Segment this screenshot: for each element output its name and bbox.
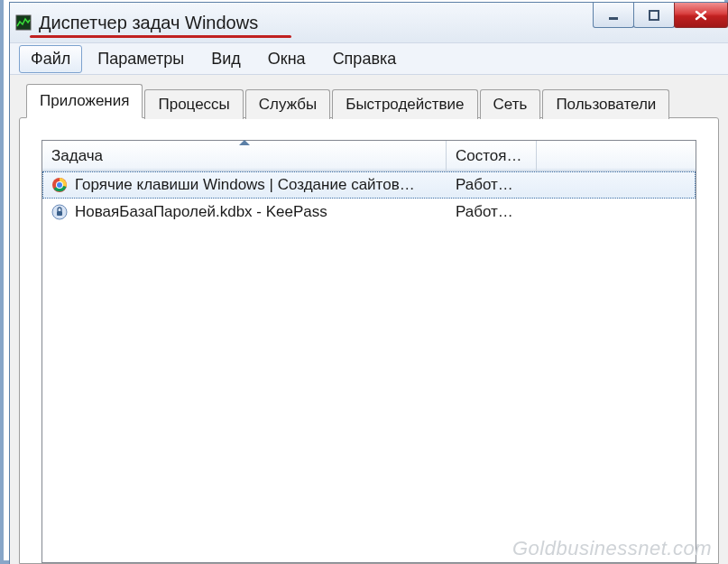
window-title: Диспетчер задач Windows [39, 13, 258, 33]
menu-file[interactable]: Файл [19, 45, 82, 73]
tab-performance[interactable]: Быстродействие [332, 89, 477, 119]
client-area: Приложения Процессы Службы Быстродействи… [10, 75, 728, 564]
minimize-button[interactable] [593, 3, 634, 28]
task-manager-window: Диспетчер задач Windows Файл Параметры В… [9, 2, 728, 564]
keepass-icon [51, 204, 68, 220]
tab-users[interactable]: Пользователи [542, 89, 669, 119]
table-row[interactable]: НоваяБазаПаролей.kdbx - KeePass Работ… [42, 199, 696, 226]
column-state-label: Состоя… [456, 147, 522, 165]
cell-state-text: Работ… [456, 176, 513, 194]
tab-panel-applications: Задача Состоя… [19, 117, 719, 564]
tabstrip: Приложения Процессы Службы Быстродействи… [26, 84, 719, 118]
watermark: Goldbusinessnet.com [512, 537, 712, 560]
menu-help[interactable]: Справка [321, 45, 409, 73]
window-controls [594, 3, 728, 28]
column-task[interactable]: Задача [42, 141, 447, 171]
cell-task-text: НоваяБазаПаролей.kdbx - KeePass [75, 203, 327, 221]
applications-listview[interactable]: Задача Состоя… [41, 140, 696, 563]
column-fill [537, 141, 696, 171]
column-state[interactable]: Состоя… [447, 141, 537, 171]
close-button[interactable] [674, 3, 728, 28]
cell-task: Горячие клавиши Windows | Создание сайто… [42, 176, 447, 194]
sort-ascending-icon [239, 140, 250, 145]
app-icon [15, 14, 32, 31]
tab-applications[interactable]: Приложения [26, 84, 143, 118]
menubar: Файл Параметры Вид Окна Справка [10, 42, 728, 75]
column-task-label: Задача [51, 147, 103, 165]
cell-state: Работ… [447, 176, 537, 194]
list-header: Задача Состоя… [42, 141, 696, 171]
cell-task: НоваяБазаПаролей.kdbx - KeePass [42, 203, 447, 221]
svg-point-5 [57, 182, 62, 188]
cell-state: Работ… [447, 203, 537, 221]
table-row[interactable]: Горячие клавиши Windows | Создание сайто… [42, 171, 696, 199]
svg-rect-2 [650, 11, 659, 20]
annotation-underline [30, 35, 291, 38]
maximize-button[interactable] [633, 3, 675, 28]
titlebar[interactable]: Диспетчер задач Windows [10, 3, 728, 42]
cell-task-text: Горячие клавиши Windows | Создание сайто… [75, 176, 415, 194]
cell-state-text: Работ… [456, 203, 513, 221]
menu-windows[interactable]: Окна [256, 45, 318, 73]
menu-view[interactable]: Вид [199, 45, 253, 73]
svg-rect-7 [57, 211, 62, 216]
tab-network[interactable]: Сеть [480, 89, 541, 119]
tab-services[interactable]: Службы [245, 89, 330, 119]
chrome-icon [51, 177, 68, 193]
svg-rect-1 [609, 17, 618, 20]
tab-processes[interactable]: Процессы [144, 89, 243, 119]
menu-options[interactable]: Параметры [86, 45, 196, 73]
list-body: Горячие клавиши Windows | Создание сайто… [42, 171, 696, 562]
